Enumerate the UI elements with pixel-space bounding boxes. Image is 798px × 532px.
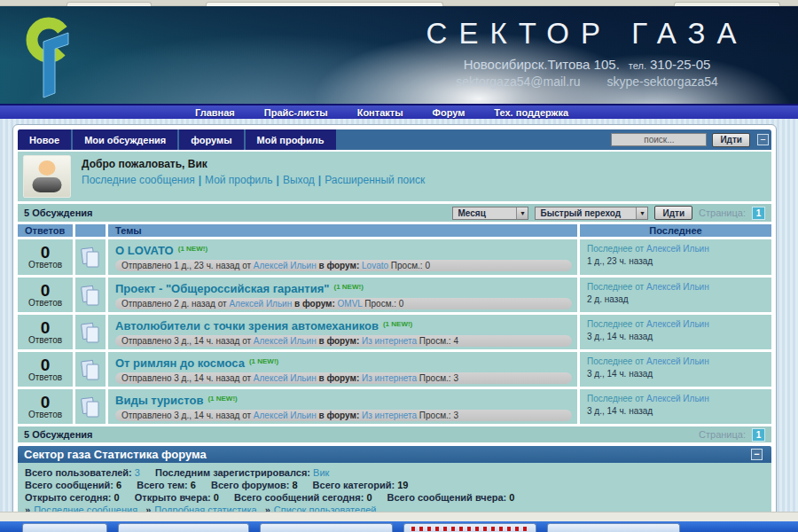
latest-author-link[interactable]: Алексей Ильин [646, 394, 709, 403]
topic-icon-cell [75, 239, 106, 275]
welcome-links: Последние сообщения|Мой профиль|Выход|Ра… [82, 174, 425, 186]
new-badge: (1 NEW!) [207, 395, 237, 403]
nav-item-contacts[interactable]: Контакты [357, 107, 403, 118]
replies-label: Ответов [28, 410, 62, 419]
collapse-icon[interactable]: − [751, 449, 763, 460]
link-my-profile[interactable]: Мой профиль [205, 174, 273, 186]
tab-my-profile[interactable]: Мой профиль [246, 129, 336, 150]
topics-rows: 0 Ответов О LOVATO(1 NEW!) [18, 239, 771, 424]
phone-label: тел. [629, 60, 646, 71]
author-link[interactable]: Алексей Ильин [229, 299, 292, 309]
forum-link[interactable]: Из интернета [362, 336, 417, 346]
jump-go-button[interactable]: Идти [654, 206, 692, 220]
meta-sent-text: Отправлено 3 д., 14 ч. назад от [121, 373, 251, 383]
replies-cell: 0 Ответов [18, 315, 73, 349]
forum-link[interactable]: Из интернета [362, 411, 417, 420]
topic-title-link[interactable]: От римлян до космоса [115, 356, 245, 370]
stat-value: 19 [397, 480, 408, 490]
page-number-badge[interactable]: 1 [752, 207, 765, 220]
latest-label: Последнее от [587, 319, 644, 329]
forum-label: в форум: [318, 336, 359, 346]
topic-title-link[interactable]: О LOVATO [115, 244, 174, 257]
taskbar-button[interactable] [118, 523, 249, 532]
views-text: Просм.: 3 [419, 373, 458, 383]
forum-tabbar: Новое Мои обсуждения форумы Мой профиль … [18, 129, 771, 150]
replies-label: Ответов [28, 372, 62, 382]
stats-body: Всего пользователей: 3 Последним зарегис… [18, 463, 771, 512]
author-link[interactable]: Алексей Ильин [254, 373, 317, 383]
header-latest: Последнее [580, 224, 771, 237]
page-number-badge[interactable]: 1 [752, 428, 765, 442]
latest-label: Последнее от [587, 282, 644, 292]
latest-author-link[interactable]: Алексей Ильин [646, 356, 709, 366]
tab-my-discussions[interactable]: Мои обсуждения [73, 129, 177, 150]
discussions-count: 5 Обсуждения [24, 207, 92, 218]
search-go-button[interactable]: Идти [712, 133, 750, 147]
nav-item-pricelists[interactable]: Прайс-листы [264, 107, 328, 118]
meta-sent-text: Отправлено 3 д., 14 ч. назад от [121, 336, 251, 346]
stats-link-latest-posts[interactable]: Последние сообщения [34, 505, 137, 512]
stat-label: Всего сообщений вчера: [387, 492, 507, 503]
stat-value: 0 [214, 492, 219, 503]
quick-jump-select[interactable]: Быстрый переход ▼ [535, 207, 648, 220]
dropdown-arrow-icon[interactable]: ▼ [636, 207, 647, 219]
topic-title-link[interactable]: Проект - "Общероссийская гарантия" [115, 282, 329, 295]
author-link[interactable]: Алексей Ильин [254, 261, 317, 270]
nav-item-forum[interactable]: Форум [433, 107, 466, 118]
taskbar-button[interactable] [403, 523, 536, 532]
latest-author-link[interactable]: Алексей Ильин [646, 244, 709, 254]
window-bottom-edge [0, 512, 798, 521]
taskbar-button[interactable] [260, 523, 393, 532]
taskbar-button[interactable] [22, 523, 107, 532]
latest-author-link[interactable]: Алексей Ильин [646, 282, 709, 292]
avatar[interactable] [23, 155, 71, 198]
link-latest-posts[interactable]: Последние сообщения [82, 174, 195, 186]
latest-author-link[interactable]: Алексей Ильин [646, 319, 709, 329]
forum-link[interactable]: Lovato [362, 261, 388, 270]
topic-title-link[interactable]: Виды туристов [115, 394, 203, 407]
email-text: sektorgaza54@mail.ru [456, 74, 580, 89]
meta-sent-text: Отправлено 1 д., 23 ч. назад от [121, 261, 251, 270]
taskbar-button[interactable] [547, 523, 680, 532]
latest-label: Последнее от [587, 244, 644, 254]
topic-title-link[interactable]: Автолюбители с точки зрения автомеханико… [115, 319, 379, 332]
search-input[interactable] [611, 133, 707, 146]
author-link[interactable]: Алексей Ильин [254, 411, 317, 420]
discussions-count: 5 Обсуждения [24, 429, 92, 440]
forum-link[interactable]: Из интернета [362, 373, 417, 383]
stat-users-count-link[interactable]: 3 [135, 467, 140, 478]
dropdown-arrow-icon[interactable]: ▼ [516, 207, 528, 219]
stats-link-detailed-stats[interactable]: Подробная статистика [154, 505, 256, 512]
collapse-icon[interactable]: − [757, 134, 769, 145]
phone-number: 310-25-05 [650, 57, 710, 72]
nav-item-home[interactable]: Главная [195, 107, 235, 118]
latest-cell: Последнее от Алексей Ильин 2 д. назад [580, 278, 771, 312]
replies-count: 0 [41, 395, 51, 410]
stat-value: 6 [191, 480, 196, 490]
link-advanced-search[interactable]: Расширенный поиск [325, 174, 425, 186]
table-row: 0 Ответов Проект - "Общероссийская гаран… [18, 278, 771, 312]
stats-link-user-list[interactable]: Список пользователей [274, 505, 377, 512]
forum-label: в форум: [294, 299, 335, 309]
replies-cell: 0 Ответов [18, 278, 73, 312]
topic-cell: От римлян до космоса(1 NEW!) Отправлено … [108, 352, 577, 387]
link-logout[interactable]: Выход [283, 174, 315, 186]
welcome-box: Добро пожаловать, Вик Последние сообщени… [18, 152, 771, 201]
tab-new[interactable]: Новое [18, 129, 71, 150]
tab-forums[interactable]: форумы [179, 129, 243, 150]
sektor-gaza-logo-icon[interactable] [25, 15, 73, 100]
author-link[interactable]: Алексей Ильин [254, 336, 317, 346]
views-text: Просм.: 3 [419, 411, 458, 420]
topics-table: Ответов Темы Последнее 0 Ответов [18, 224, 771, 424]
welcome-greeting: Добро пожаловать, Вик [82, 158, 425, 170]
topic-meta: Отправлено 3 д., 14 ч. назад от Алексей … [115, 410, 572, 421]
new-badge: (1 NEW!) [383, 320, 412, 328]
month-select[interactable]: Месяц ▼ [452, 207, 528, 220]
topic-meta: Отправлено 3 д., 14 ч. назад от Алексей … [115, 335, 572, 347]
stat-last-registered-link[interactable]: Вик [313, 467, 329, 478]
forum-link[interactable]: OMVL [338, 299, 363, 309]
topics-header-row: Ответов Темы Последнее [18, 224, 771, 237]
latest-cell: Последнее от Алексей Ильин 1 д., 23 ч. н… [580, 239, 771, 275]
nav-item-support[interactable]: Тех. поддержка [494, 107, 568, 118]
replies-cell: 0 Ответов [18, 352, 73, 387]
